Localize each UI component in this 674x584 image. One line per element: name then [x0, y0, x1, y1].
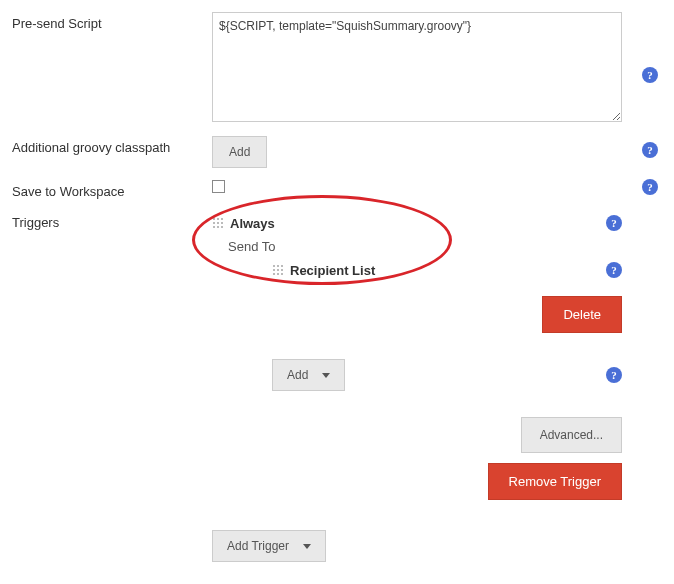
recipient-list-label: Recipient List — [290, 263, 375, 278]
chevron-down-icon — [322, 373, 330, 378]
save-workspace-label: Save to Workspace — [12, 180, 212, 199]
add-trigger-dropdown[interactable]: Add Trigger — [212, 530, 326, 562]
add-classpath-button[interactable]: Add — [212, 136, 267, 168]
delete-recipient-button[interactable]: Delete — [542, 296, 622, 333]
help-icon[interactable]: ? — [642, 179, 658, 195]
classpath-label: Additional groovy classpath — [12, 136, 212, 155]
drag-handle-icon[interactable] — [272, 264, 284, 276]
add-recipient-dropdown[interactable]: Add — [272, 359, 345, 391]
chevron-down-icon — [303, 544, 311, 549]
presend-script-label: Pre-send Script — [12, 12, 212, 31]
help-icon[interactable]: ? — [606, 262, 622, 278]
help-icon[interactable]: ? — [642, 67, 658, 83]
trigger-block: Always ? Send To Recipient List ? Delete… — [212, 211, 622, 500]
trigger-name: Always — [230, 216, 275, 231]
advanced-button[interactable]: Advanced... — [521, 417, 622, 453]
recipient-row: Recipient List ? — [272, 258, 622, 282]
save-workspace-checkbox[interactable] — [212, 180, 225, 193]
help-icon[interactable]: ? — [642, 142, 658, 158]
help-icon[interactable]: ? — [606, 215, 622, 231]
add-recipient-label: Add — [287, 368, 308, 382]
trigger-row[interactable]: Always ? — [212, 211, 622, 235]
help-icon[interactable]: ? — [606, 367, 622, 383]
drag-handle-icon[interactable] — [212, 217, 224, 229]
remove-trigger-button[interactable]: Remove Trigger — [488, 463, 622, 500]
add-trigger-label: Add Trigger — [227, 539, 289, 553]
triggers-label: Triggers — [12, 211, 212, 230]
send-to-label: Send To — [212, 235, 622, 258]
presend-script-textarea[interactable] — [212, 12, 622, 122]
